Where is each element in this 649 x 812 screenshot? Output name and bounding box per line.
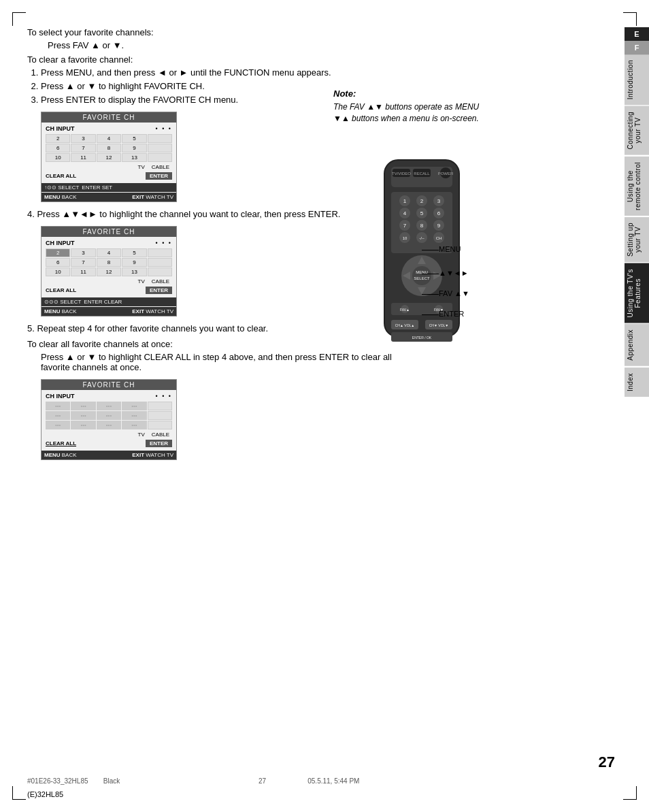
sidebar-tab-remote[interactable]: Using theremote control (625, 157, 649, 216)
letter-e: E (625, 27, 649, 41)
channel-grid-2: 2 3 4 5 6 7 8 9 10 11 12 13 (46, 248, 172, 276)
ch-blank-b3 (148, 267, 172, 276)
sidebar-tab-features[interactable]: Using the TV'sFeatures (625, 263, 649, 323)
ch-9: 9 (122, 144, 146, 152)
e11: ••• (97, 421, 121, 429)
footer-page: 27 (259, 777, 266, 785)
ch-9-b: 9 (122, 258, 146, 267)
svg-text:RECALL: RECALL (414, 172, 430, 176)
intro-text-1: To select your favorite channels: (27, 27, 408, 37)
e1: ••• (46, 402, 70, 410)
footer-center: 27 05.5.11, 5:44 PM (259, 777, 359, 785)
letter-f: F (625, 41, 649, 54)
e6: ••• (71, 411, 95, 420)
svg-text:CH▼ VOL▼: CH▼ VOL▼ (429, 323, 449, 327)
ch-11-b: 11 (71, 267, 95, 276)
enter-label: ENTER (439, 310, 464, 318)
cable-label-3: CABLE (152, 432, 169, 438)
e12: ••• (122, 421, 146, 429)
screen-body-2: CH INPUT • • • 2 3 4 5 6 7 8 9 10 11 12 … (41, 237, 176, 297)
e4: ••• (122, 402, 146, 410)
svg-text:SELECT: SELECT (414, 276, 430, 280)
sidebar: Introduction Connectingyour TV Using the… (625, 54, 649, 397)
screen-title-3: FAVORITE CH (41, 380, 176, 390)
screen-box-3: FAVORITE CH CH INPUT • • • ••• ••• ••• •… (41, 379, 177, 460)
e-blank3 (148, 421, 172, 429)
screen-row-ch-2: CH INPUT • • • (46, 240, 172, 246)
sidebar-tab-introduction[interactable]: Introduction (625, 54, 649, 105)
ch-3-b: 3 (71, 248, 95, 257)
ch-blank1 (148, 134, 172, 143)
clear-section-body: Press ▲ or ▼ to highlight CLEAR ALL in s… (41, 352, 408, 372)
clear-all-text: CLEAR ALL (46, 173, 76, 179)
nav-line (422, 274, 439, 274)
e-blank2 (148, 411, 172, 420)
enter-btn-2: ENTER (146, 287, 172, 294)
tv-cable-row-1: TV CABLE (46, 164, 172, 170)
menu-label: MENU (439, 245, 461, 253)
ch-6-b: 6 (46, 258, 70, 267)
back-text-3: MENU BACK (44, 452, 77, 458)
tv-label: TV (138, 164, 145, 170)
channel-grid-1: 2 3 4 5 6 7 8 9 10 11 12 13 (46, 134, 172, 162)
fav-label: FAV ▲▼ (439, 289, 469, 297)
step5-text: 5. Repeat step 4 for other favorite chan… (27, 323, 408, 334)
screen-nav-4: MENU BACK EXIT WATCH TV (41, 307, 176, 316)
exit-text: EXIT WATCH TV (132, 194, 173, 200)
ch-5: 5 (122, 134, 146, 143)
step4-text: 4. Press ▲▼◄► to highlight the channel y… (27, 209, 408, 219)
exit-text-3: EXIT WATCH TV (132, 452, 173, 458)
sidebar-tab-index[interactable]: Index (625, 368, 649, 397)
footer-date: 05.5.11, 5:44 PM (307, 777, 359, 785)
footer-code: #01E26-33_32HL85 (27, 777, 88, 785)
ch-10-b: 10 (46, 267, 70, 276)
ch-7: 7 (71, 144, 95, 152)
corner-tr (623, 12, 637, 26)
enter-btn-1: ENTER (146, 172, 172, 180)
e3: ••• (97, 402, 121, 410)
intro-text-2: To clear a favorite channel: (27, 54, 408, 65)
ch-7-b: 7 (71, 258, 95, 267)
ch-13: 13 (122, 153, 146, 162)
ch-blank-b2 (148, 258, 172, 267)
clear-all-text-2: CLEAR ALL (46, 287, 76, 293)
svg-text:9: 9 (437, 223, 441, 229)
tv-label-3: TV (138, 432, 145, 438)
footer-left: #01E26-33_32HL85 Black (27, 777, 120, 785)
sidebar-tab-appendix[interactable]: Appendix (625, 324, 649, 366)
ch-2-hl: 2 (46, 248, 70, 257)
screen-nav-3: ⊙⊙⊙ SELECT ENTER CLEAR (41, 297, 176, 306)
sidebar-tab-setup[interactable]: Setting upyour TV (625, 217, 649, 262)
enter-btn-3: ENTER (146, 440, 172, 447)
svg-text:5: 5 (420, 210, 424, 216)
ch-4: 4 (97, 134, 121, 143)
indent-text-1: Press FAV ▲ or ▼. (48, 40, 408, 50)
svg-text:8: 8 (420, 223, 424, 229)
page-number: 27 (599, 753, 615, 771)
screen-footer-1: CLEAR ALL ENTER (46, 172, 172, 180)
ch-12: 12 (97, 153, 121, 162)
clear-all-text-3: CLEAR ALL (46, 440, 76, 446)
svg-text:3: 3 (437, 198, 441, 204)
ch-3: 3 (71, 134, 95, 143)
screen-footer-2: CLEAR ALL ENTER (46, 287, 172, 294)
enter-line (422, 314, 439, 315)
e2: ••• (71, 402, 95, 410)
svg-text:ENTER / OK: ENTER / OK (412, 336, 432, 340)
ch-2: 2 (46, 134, 70, 143)
screen-dots: • • • (156, 125, 172, 132)
e7: ••• (97, 411, 121, 420)
nav-enter: ENTER SET (82, 184, 112, 191)
screen-nav-1: ↑⊙⊙ SELECT ENTER SET (41, 183, 176, 192)
svg-text:6: 6 (437, 210, 441, 216)
screen-row-ch: CH INPUT • • • (46, 125, 172, 132)
svg-text:POWER: POWER (438, 172, 454, 176)
screen-body-3: CH INPUT • • • ••• ••• ••• ••• ••• ••• •… (41, 390, 176, 450)
e5: ••• (46, 411, 70, 420)
corner-br (623, 786, 637, 800)
ch-5-b: 5 (122, 248, 146, 257)
ch-input-label-3: CH INPUT (46, 393, 83, 400)
nav-label: ▲▼◄► (439, 269, 469, 277)
svg-point-34 (412, 266, 431, 285)
sidebar-tab-connecting[interactable]: Connectingyour TV (625, 106, 649, 155)
